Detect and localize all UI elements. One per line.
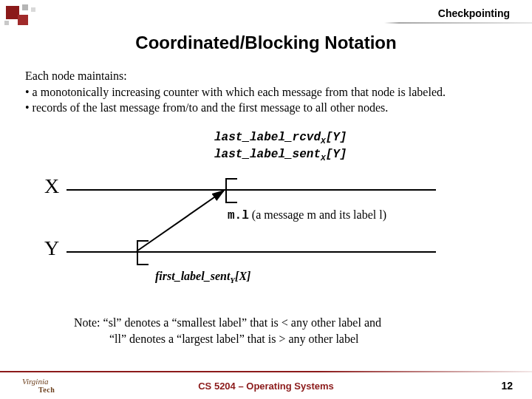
note-line-1: Note: “sl” denotes a “smallest label” th… <box>74 315 473 331</box>
note-block: Note: “sl” denotes a “smallest label” th… <box>74 315 473 347</box>
message-label: m.l (a message m and its label l) <box>228 208 386 222</box>
timeline-y <box>66 251 436 253</box>
process-y-label: Y <box>44 236 59 260</box>
page-number: 12 <box>501 380 513 392</box>
section-label: Checkpointing <box>438 7 510 19</box>
message-arrow <box>137 189 233 253</box>
bullet-1: • a monotonically increasing counter wit… <box>25 84 510 100</box>
intro-line: Each node maintains: <box>25 68 510 84</box>
code-line-2: last_label_sentX[Y] <box>214 147 347 164</box>
note-line-2: “ll” denotes a “largest label” that is >… <box>74 331 473 347</box>
footer-rule <box>0 371 532 372</box>
bullet-2: • records of the last message from/to an… <box>25 100 510 116</box>
timeline-x <box>66 189 436 191</box>
first-label-sent: first_label_sentY[X] <box>155 270 250 284</box>
footer-course: CS 5204 – Operating Systems <box>0 381 532 392</box>
body-text: Each node maintains: • a monotonically i… <box>25 68 510 116</box>
slide: Checkpointing Coordinated/Blocking Notat… <box>0 0 532 399</box>
slide-title: Coordinated/Blocking Notation <box>0 33 532 53</box>
code-line-1: last_label_rcvdX[Y] <box>214 130 347 147</box>
top-rule <box>0 22 532 24</box>
svg-line-0 <box>137 191 224 251</box>
process-x-label: X <box>44 174 59 198</box>
code-block: last_label_rcvdX[Y] last_label_sentX[Y] <box>214 130 347 164</box>
